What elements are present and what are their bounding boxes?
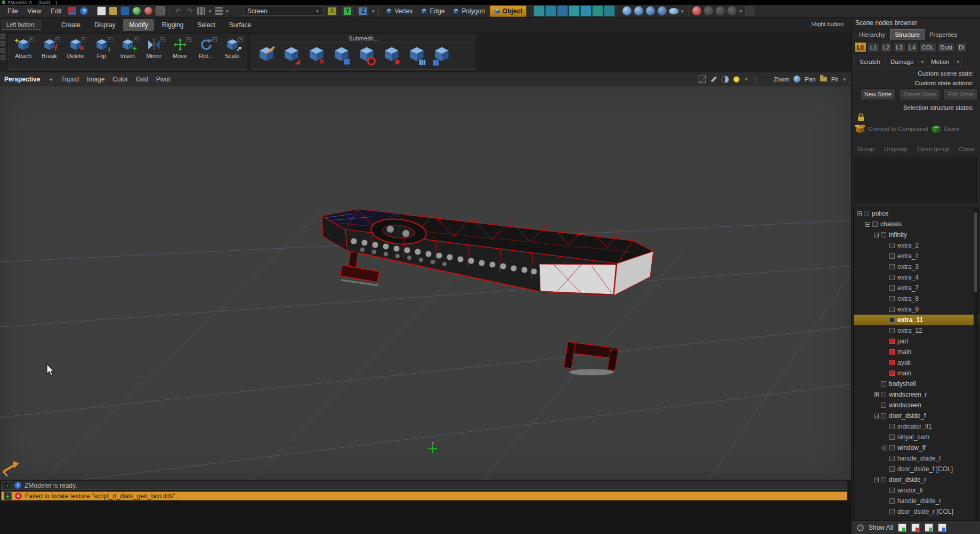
tree-node[interactable]: sinyal_cam bbox=[854, 432, 978, 442]
ellipse-view-icon[interactable] bbox=[668, 6, 679, 17]
undo-icon[interactable]: ↶ bbox=[173, 6, 183, 17]
pan-label[interactable]: Pan bbox=[805, 76, 815, 83]
tree-node[interactable]: chassis bbox=[854, 219, 978, 229]
weld-tool-icon[interactable] bbox=[533, 6, 544, 17]
tool-options-icon[interactable] bbox=[212, 37, 217, 42]
tool-options-icon[interactable] bbox=[134, 37, 139, 42]
fit-label[interactable]: Fit bbox=[831, 76, 838, 83]
expand-warning-icon[interactable]: + bbox=[4, 492, 12, 500]
measure-tool-icon[interactable] bbox=[580, 6, 591, 17]
insert-button[interactable]: + Insert bbox=[115, 37, 141, 59]
attach-button[interactable]: + Attach bbox=[10, 37, 36, 59]
sheet-green-icon[interactable] bbox=[898, 523, 906, 532]
state-sphere-icon[interactable] bbox=[715, 6, 726, 17]
tool-options-icon[interactable] bbox=[29, 37, 34, 42]
zoom-icon[interactable] bbox=[762, 76, 770, 83]
menu-view[interactable]: View bbox=[23, 6, 45, 17]
green-sphere-icon[interactable] bbox=[132, 6, 142, 17]
chevron-down-icon[interactable]: ▾ bbox=[226, 9, 229, 14]
tree-node[interactable]: extra_1 bbox=[854, 251, 978, 261]
close-button[interactable]: Close bbox=[959, 146, 975, 152]
tree-node[interactable]: extra_2 bbox=[854, 240, 978, 251]
open-group-button[interactable]: Open group bbox=[917, 146, 950, 152]
open-file-icon[interactable] bbox=[108, 6, 119, 17]
sheet-red-icon[interactable] bbox=[911, 523, 920, 532]
chevron-down-icon[interactable]: ▾ bbox=[209, 9, 212, 14]
error-icon[interactable]: × bbox=[15, 492, 22, 499]
draw-mode-icon[interactable] bbox=[711, 76, 717, 82]
tree-node[interactable]: handle_dside_f bbox=[854, 453, 978, 464]
viewport-menu-image[interactable]: Image bbox=[87, 76, 104, 83]
red-sphere-icon[interactable] bbox=[143, 6, 154, 17]
redo-icon[interactable]: ↷ bbox=[184, 6, 195, 17]
zoom-label[interactable]: Zoom bbox=[774, 76, 789, 83]
collapse-node-icon[interactable] bbox=[874, 414, 879, 418]
tab-hierarchy[interactable]: Hierarchy bbox=[854, 29, 890, 40]
submesh-panel-button[interactable] bbox=[432, 45, 452, 68]
orbit-view-icon[interactable] bbox=[621, 6, 632, 17]
tree-node[interactable]: windor_lr bbox=[854, 485, 978, 496]
chevron-down-icon[interactable]: ▾ bbox=[954, 59, 962, 64]
submesh-delete-button[interactable]: × bbox=[306, 45, 327, 68]
layout-icon[interactable] bbox=[196, 6, 207, 17]
tree-node-selected[interactable]: extra_11 bbox=[854, 315, 978, 325]
tree-node[interactable]: extra_7 bbox=[854, 283, 978, 293]
smooth-tool-icon[interactable] bbox=[604, 6, 614, 17]
lod-l0-button[interactable]: L0 bbox=[854, 42, 866, 53]
tree-node[interactable]: extra_3 bbox=[854, 261, 978, 272]
lod-l3-button[interactable]: L3 bbox=[893, 42, 905, 53]
panel-icon[interactable] bbox=[155, 6, 166, 17]
chevron-down-icon[interactable]: ▾ bbox=[372, 9, 375, 14]
lod-l4-button[interactable]: L4 bbox=[906, 42, 918, 53]
motion-menu[interactable]: Motion bbox=[926, 57, 954, 66]
collapse-icon[interactable]: ‹ bbox=[4, 481, 11, 489]
mode-edge-button[interactable]: Edge bbox=[417, 6, 448, 17]
fit-icon[interactable] bbox=[820, 77, 827, 81]
mirror-button[interactable]: Mirror bbox=[141, 37, 167, 59]
tree-node[interactable]: windscreen_r bbox=[854, 389, 978, 400]
collapse-node-icon[interactable] bbox=[857, 211, 862, 216]
fov-view-icon[interactable] bbox=[657, 6, 667, 17]
menu-edit[interactable]: Edit bbox=[46, 6, 66, 17]
knife-tool-icon[interactable] bbox=[545, 6, 556, 17]
tree-node[interactable]: handle_dside_r bbox=[854, 496, 978, 506]
submesh-select-button[interactable] bbox=[331, 45, 352, 68]
lod-l1-button[interactable]: L1 bbox=[868, 42, 879, 53]
chevron-down-icon[interactable]: ▾ bbox=[843, 77, 846, 82]
tab-rigging[interactable]: Rigging bbox=[156, 19, 190, 31]
delete-state-button[interactable]: Delete State bbox=[900, 88, 941, 100]
plugin-icon[interactable] bbox=[67, 6, 78, 17]
tree-node[interactable]: windscreen bbox=[854, 400, 978, 410]
submesh-merge-button[interactable] bbox=[407, 45, 427, 68]
tab-select[interactable]: Select bbox=[191, 19, 221, 31]
tree-node[interactable]: indicator_lf1 bbox=[854, 421, 978, 432]
ungroup-button[interactable]: Ungroup bbox=[884, 146, 908, 152]
tab-display[interactable]: Display bbox=[88, 19, 121, 31]
state-sphere-icon[interactable] bbox=[727, 6, 738, 17]
sheet-green-icon[interactable] bbox=[925, 523, 933, 532]
collapse-node-icon[interactable] bbox=[874, 478, 879, 482]
zoom-view-icon[interactable] bbox=[633, 6, 644, 17]
convert-to-compound-button[interactable]: Convert to Compound bbox=[868, 126, 928, 132]
tree-node[interactable]: extra_12 bbox=[854, 325, 978, 336]
tab-create[interactable]: Create bbox=[55, 19, 86, 31]
collapse-node-icon[interactable] bbox=[865, 222, 870, 227]
submesh-group-title[interactable]: Submesh... bbox=[252, 35, 475, 43]
damage-menu[interactable]: Damage bbox=[885, 57, 918, 66]
expand-node-icon[interactable] bbox=[882, 446, 887, 450]
viewport-menu-pivot[interactable]: Pivot bbox=[156, 76, 171, 83]
axis-y-button[interactable]: Y bbox=[341, 5, 354, 17]
tree-node[interactable]: door_dside_r bbox=[854, 474, 978, 485]
uv-tool-icon[interactable] bbox=[557, 6, 568, 17]
lod-l2-button[interactable]: L2 bbox=[880, 42, 892, 53]
tree-node[interactable]: window_lf bbox=[854, 442, 978, 453]
tree-scrollbar[interactable] bbox=[974, 208, 978, 520]
pan-icon[interactable] bbox=[793, 76, 800, 83]
tree-node[interactable]: main bbox=[854, 368, 978, 379]
pan-view-icon[interactable] bbox=[645, 6, 655, 17]
new-file-icon[interactable] bbox=[96, 6, 107, 17]
flip-button[interactable]: ↕ Flip bbox=[88, 37, 115, 59]
tree-node[interactable]: police bbox=[854, 208, 978, 219]
submesh-brush-button[interactable] bbox=[281, 45, 302, 68]
lighting-icon[interactable] bbox=[733, 76, 740, 83]
